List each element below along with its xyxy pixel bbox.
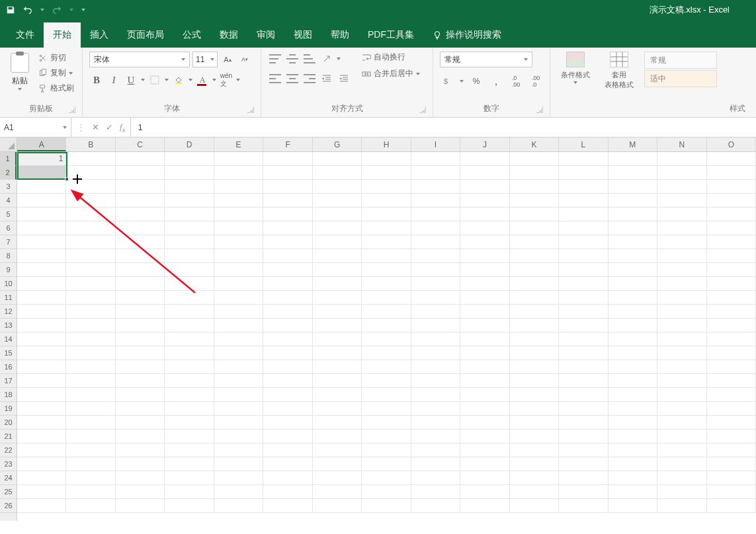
cell-F20[interactable] bbox=[263, 416, 312, 430]
cell-E25[interactable] bbox=[214, 485, 263, 499]
cell-I7[interactable] bbox=[411, 235, 460, 249]
cell-K11[interactable] bbox=[510, 291, 559, 305]
cell-C6[interactable] bbox=[116, 221, 165, 235]
cell-N12[interactable] bbox=[657, 305, 706, 319]
cell-J6[interactable] bbox=[460, 221, 509, 235]
cell-B3[interactable] bbox=[66, 180, 115, 194]
cell-M21[interactable] bbox=[609, 430, 657, 443]
cell-C10[interactable] bbox=[116, 277, 165, 291]
cell-B16[interactable] bbox=[66, 360, 115, 374]
cell-M12[interactable] bbox=[609, 305, 657, 319]
cell-C15[interactable] bbox=[116, 346, 165, 360]
cell-B20[interactable] bbox=[66, 416, 115, 430]
align-middle-button[interactable] bbox=[285, 52, 300, 66]
cell-B4[interactable] bbox=[66, 194, 115, 208]
cell-O3[interactable] bbox=[707, 180, 756, 194]
select-all-corner[interactable] bbox=[0, 137, 17, 152]
cell-K25[interactable] bbox=[510, 485, 559, 499]
cell-M26[interactable] bbox=[609, 499, 657, 513]
cell-J26[interactable] bbox=[460, 499, 509, 513]
row-header-6[interactable]: 6 bbox=[0, 221, 17, 235]
cell-I18[interactable] bbox=[411, 388, 460, 402]
cell-M10[interactable] bbox=[609, 277, 657, 291]
cell-H18[interactable] bbox=[362, 388, 411, 402]
cell-K19[interactable] bbox=[510, 402, 559, 416]
cell-H26[interactable] bbox=[362, 499, 411, 513]
cell-K22[interactable] bbox=[510, 443, 559, 457]
alignment-launcher-icon[interactable] bbox=[419, 106, 426, 113]
cell-L11[interactable] bbox=[559, 291, 608, 305]
cell-D22[interactable] bbox=[165, 443, 214, 457]
cell-L12[interactable] bbox=[559, 305, 608, 319]
cell-A16[interactable] bbox=[17, 360, 66, 374]
phonetic-dropdown-icon[interactable] bbox=[236, 79, 240, 81]
cell-B13[interactable] bbox=[66, 319, 115, 332]
cell-C9[interactable] bbox=[116, 263, 165, 277]
cell-H13[interactable] bbox=[362, 319, 411, 332]
cell-E8[interactable] bbox=[214, 249, 263, 263]
cell-F23[interactable] bbox=[263, 457, 312, 471]
cell-I19[interactable] bbox=[411, 402, 460, 416]
cell-L17[interactable] bbox=[559, 374, 608, 388]
cell-I20[interactable] bbox=[411, 416, 460, 430]
cell-B7[interactable] bbox=[66, 235, 115, 249]
cell-M11[interactable] bbox=[609, 291, 657, 305]
cell-K24[interactable] bbox=[510, 471, 559, 485]
tab-file[interactable]: 文件 bbox=[7, 22, 44, 48]
underline-button[interactable]: U bbox=[124, 73, 138, 87]
cell-F15[interactable] bbox=[263, 346, 312, 360]
cell-C19[interactable] bbox=[116, 402, 165, 416]
cell-A17[interactable] bbox=[17, 374, 66, 388]
cell-I23[interactable] bbox=[411, 457, 460, 471]
cell-G16[interactable] bbox=[313, 360, 362, 374]
cell-L2[interactable] bbox=[559, 166, 608, 180]
cell-F4[interactable] bbox=[263, 194, 312, 208]
conditional-format-button[interactable]: 条件格式 bbox=[557, 52, 594, 84]
cell-J19[interactable] bbox=[460, 402, 509, 416]
cell-G6[interactable] bbox=[313, 221, 362, 235]
cell-O20[interactable] bbox=[707, 416, 756, 430]
cell-M13[interactable] bbox=[609, 319, 657, 332]
cell-O4[interactable] bbox=[707, 194, 756, 208]
cell-G21[interactable] bbox=[313, 430, 362, 443]
row-header-14[interactable]: 14 bbox=[0, 332, 17, 346]
style-neutral[interactable]: 适中 bbox=[644, 70, 717, 87]
cell-L8[interactable] bbox=[559, 249, 608, 263]
style-normal[interactable]: 常规 bbox=[644, 52, 717, 69]
merge-center-button[interactable]: 合并后居中 bbox=[362, 68, 420, 79]
cell-D19[interactable] bbox=[165, 402, 214, 416]
cell-B21[interactable] bbox=[66, 430, 115, 443]
cell-O16[interactable] bbox=[707, 360, 756, 374]
cell-H10[interactable] bbox=[362, 277, 411, 291]
cell-O22[interactable] bbox=[707, 443, 756, 457]
cell-A26[interactable] bbox=[17, 499, 66, 513]
cell-B14[interactable] bbox=[66, 332, 115, 346]
cell-D17[interactable] bbox=[165, 374, 214, 388]
cell-O26[interactable] bbox=[707, 499, 756, 513]
cell-K12[interactable] bbox=[510, 305, 559, 319]
cell-D23[interactable] bbox=[165, 457, 214, 471]
tab-pdf-tools[interactable]: PDF工具集 bbox=[358, 22, 423, 48]
cell-H21[interactable] bbox=[362, 430, 411, 443]
cell-I12[interactable] bbox=[411, 305, 460, 319]
format-painter-button[interactable]: 格式刷 bbox=[37, 82, 75, 95]
cell-O12[interactable] bbox=[707, 305, 756, 319]
paste-button[interactable]: 粘贴 bbox=[7, 52, 33, 92]
cell-G17[interactable] bbox=[313, 374, 362, 388]
cell-D18[interactable] bbox=[165, 388, 214, 402]
row-header-20[interactable]: 20 bbox=[0, 416, 17, 430]
cell-L7[interactable] bbox=[559, 235, 608, 249]
cell-G9[interactable] bbox=[313, 263, 362, 277]
align-top-button[interactable] bbox=[268, 52, 282, 66]
row-header-3[interactable]: 3 bbox=[0, 180, 17, 194]
cell-L22[interactable] bbox=[559, 443, 608, 457]
row-header-9[interactable]: 9 bbox=[0, 263, 17, 277]
column-header-K[interactable]: K bbox=[510, 137, 559, 151]
cell-M4[interactable] bbox=[609, 194, 657, 208]
cell-O8[interactable] bbox=[707, 249, 756, 263]
cell-D12[interactable] bbox=[165, 305, 214, 319]
cell-L26[interactable] bbox=[559, 499, 608, 513]
number-launcher-icon[interactable] bbox=[536, 106, 543, 113]
cell-C3[interactable] bbox=[116, 180, 165, 194]
cell-O17[interactable] bbox=[707, 374, 756, 388]
